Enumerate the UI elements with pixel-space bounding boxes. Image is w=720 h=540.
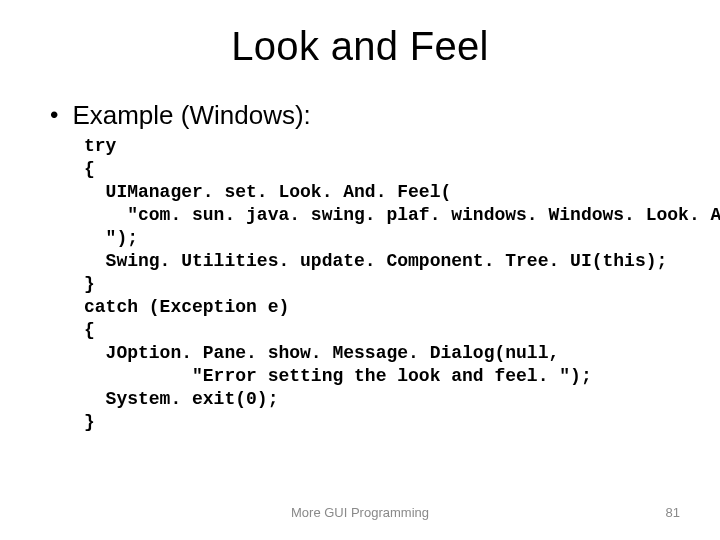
slide: Look and Feel • Example (Windows): try {… — [0, 0, 720, 540]
bullet-text: Example (Windows): — [72, 99, 310, 131]
bullet-dot: • — [50, 99, 58, 131]
page-number: 81 — [666, 505, 680, 520]
slide-title: Look and Feel — [50, 24, 670, 69]
bullet-item: • Example (Windows): — [50, 99, 670, 131]
code-block: try { UIManager. set. Look. And. Feel( "… — [84, 135, 670, 434]
footer-text: More GUI Programming — [0, 505, 720, 520]
